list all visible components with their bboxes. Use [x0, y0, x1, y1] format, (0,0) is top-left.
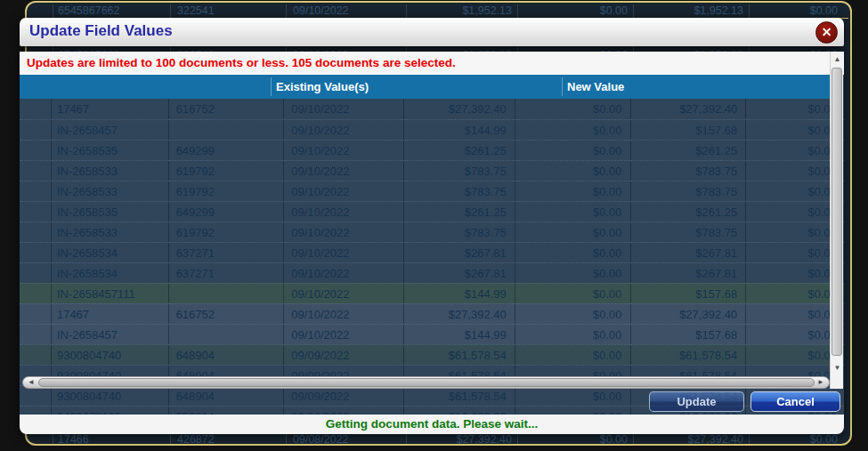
table-cell: 09/09/2022	[284, 345, 404, 365]
table-cell	[20, 161, 52, 181]
table-cell: 17466	[53, 433, 171, 446]
vertical-scroll-thumb[interactable]	[831, 68, 842, 356]
table-row: IN-265845709/10/2022$144.99$0.00$157.68$…	[20, 324, 844, 344]
table-cell: 648904	[169, 386, 285, 406]
table-cell: 649299	[169, 202, 285, 221]
table-cell: $267.81	[404, 243, 515, 262]
table-header: Existing Value(s) New Value	[20, 75, 830, 99]
table-cell: 9300804740	[52, 386, 169, 406]
table-cell	[20, 386, 52, 406]
table-cell	[20, 202, 52, 221]
table-cell: $0.00	[515, 386, 631, 406]
table-cell: $0.00	[750, 4, 843, 18]
table-cell: $0.00	[515, 202, 631, 221]
table-cell: IN-2658457	[52, 325, 169, 344]
table-row: IN-265853361979209/10/2022$783.75$0.00$7…	[20, 221, 844, 242]
header-divider	[271, 77, 272, 96]
table-cell	[20, 284, 52, 303]
table-cell: 09/09/2022	[284, 386, 404, 406]
table-cell: $0.00	[515, 345, 631, 365]
table-cell: $0.00	[515, 243, 631, 262]
table-cell	[169, 120, 285, 140]
table-cell: $0.00	[515, 181, 631, 201]
table-cell: $783.75	[631, 222, 747, 242]
table-cell: $783.75	[404, 181, 515, 201]
table-cell: 17467	[52, 304, 169, 324]
table-cell: 09/09/2022	[284, 407, 404, 415]
table-cell	[20, 120, 52, 140]
table-cell: $0.00	[515, 263, 631, 283]
table-cell: 637271	[169, 263, 285, 283]
table-cell	[20, 243, 52, 262]
table-cell: $16,688.00	[404, 407, 515, 415]
table-row: IN-265845711109/10/2022$144.99$0.00$157.…	[20, 283, 844, 303]
scroll-down-icon[interactable]: ▼	[832, 363, 842, 373]
table-cell: $27,392.40	[407, 433, 518, 446]
table-cell: $783.75	[404, 161, 515, 181]
table-cell: $61,578.54	[404, 345, 515, 365]
close-icon: ✕	[822, 25, 832, 39]
update-field-values-dialog: Update Field Values ✕ Updates are limite…	[20, 18, 844, 434]
table-cell: 09/10/2022	[284, 202, 404, 221]
table-cell: $157.68	[631, 284, 747, 303]
table-cell: 619792	[169, 222, 285, 242]
table-cell: $27,392.40	[404, 99, 515, 119]
table-cell: $0.00	[515, 141, 631, 160]
status-bar: Getting document data. Please wait...	[20, 415, 844, 434]
table-cell: $157.68	[631, 120, 747, 140]
table-cell	[20, 304, 52, 324]
update-button[interactable]: Update	[649, 391, 744, 412]
cancel-button[interactable]: Cancel	[750, 391, 840, 412]
dialog-content: Updates are limited to 100 documents or …	[20, 52, 844, 415]
table-cell: 09/10/2022	[284, 120, 404, 140]
table-cell	[28, 4, 53, 18]
table-cell: $267.81	[404, 263, 515, 283]
table-cell: 09/10/2022	[284, 181, 404, 201]
table-cell	[20, 222, 52, 242]
table-cell: $144.99	[404, 284, 515, 303]
table-cell: IN-2658533	[52, 161, 169, 181]
table-cell: $0.00	[515, 99, 631, 119]
table-cell: IN-2658533	[52, 222, 169, 242]
horizontal-scrollbar[interactable]: ◄ ►	[22, 376, 830, 389]
table-cell: 9400678105	[52, 407, 169, 415]
background-table-row: 654586766232254109/10/2022$1,952.13$0.00…	[28, 4, 848, 19]
table-cell	[28, 433, 53, 446]
scroll-right-icon[interactable]: ►	[815, 377, 827, 388]
table-cell	[20, 263, 52, 283]
table-row: 1746761675209/10/2022$27,392.40$0.00$27,…	[20, 303, 844, 324]
table-cell: 6545867662	[53, 4, 171, 18]
header-divider	[562, 77, 563, 96]
table-cell: $783.75	[631, 161, 747, 181]
table-cell: $27,392.40	[631, 304, 747, 324]
scroll-left-icon[interactable]: ◄	[25, 377, 37, 388]
close-button[interactable]: ✕	[815, 21, 838, 44]
table-row: IN-265853564929909/10/2022$261.25$0.00$2…	[20, 140, 844, 160]
table-cell: 616752	[169, 304, 285, 324]
table-row: IN-265853463727109/10/2022$267.81$0.00$2…	[20, 262, 844, 283]
table-cell: $0.00	[518, 4, 634, 18]
table-cell: IN-2658534	[52, 263, 169, 283]
table-cell: 426872	[171, 433, 287, 446]
table-cell: $0.00	[515, 325, 631, 344]
column-header-new-value: New Value	[567, 75, 624, 99]
vertical-scrollbar[interactable]: ▲ ▼	[830, 52, 843, 389]
table-cell: IN-2658457	[52, 120, 169, 140]
table-cell: 09/10/2022	[284, 284, 404, 303]
table-cell: 09/10/2022	[284, 161, 404, 181]
table-cell: $1,952.13	[407, 4, 518, 18]
scroll-up-icon[interactable]: ▲	[832, 54, 842, 64]
background-table-row: 1746642687209/08/2022$27,392.40$0.00$27,…	[28, 433, 848, 446]
table-cell: $0.00	[750, 433, 843, 446]
table-cell: 637271	[169, 243, 285, 262]
table-cell: 619792	[169, 181, 285, 201]
horizontal-scroll-thumb[interactable]	[38, 378, 815, 387]
table-cell: 17467	[52, 99, 169, 119]
dialog-title: Update Field Values	[29, 22, 173, 40]
table-cell: $1,952.13	[634, 4, 750, 18]
table-cell: $157.68	[631, 325, 747, 344]
table-cell: 09/10/2022	[284, 304, 404, 324]
status-message: Getting document data. Please wait...	[326, 417, 539, 431]
table-cell: $144.99	[404, 325, 515, 344]
table-cell: 09/10/2022	[284, 243, 404, 262]
